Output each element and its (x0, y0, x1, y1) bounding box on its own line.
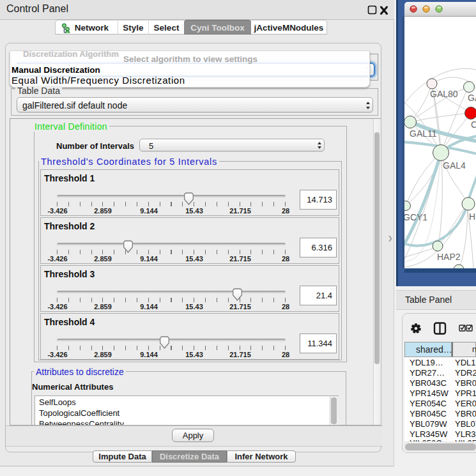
svg-text:GAL80: GAL80 (430, 89, 458, 99)
svg-text:GCY1: GCY1 (404, 212, 427, 222)
svg-text:C: C (471, 119, 476, 130)
svg-text:GAL4: GAL4 (443, 160, 466, 171)
svg-text:GA: GA (468, 93, 476, 103)
svg-text:HAP2: HAP2 (437, 252, 461, 262)
svg-text:GAL11: GAL11 (410, 128, 437, 139)
svg-text:H: H (469, 211, 475, 222)
